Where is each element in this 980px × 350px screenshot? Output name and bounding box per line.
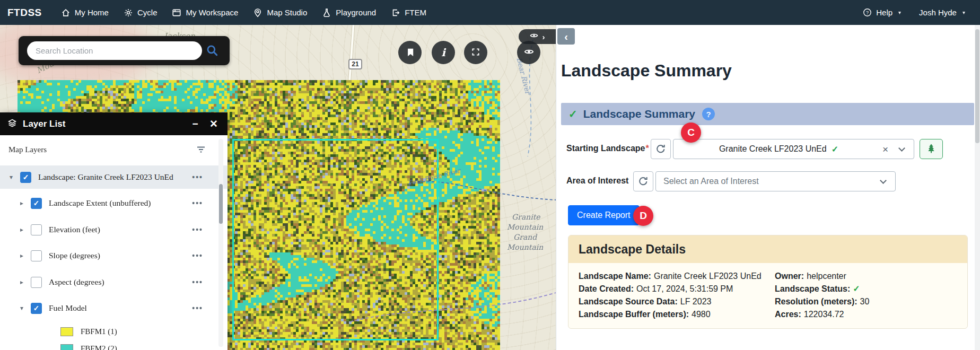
caret-down-icon: ▾ — [898, 10, 901, 15]
nav-label: Cycle — [137, 8, 158, 17]
search-icon[interactable] — [206, 44, 218, 58]
check-icon: ✓ — [832, 144, 838, 154]
layer-menu-button[interactable]: ••• — [192, 251, 203, 260]
toolbar-toggle[interactable]: › — [519, 29, 556, 44]
caret-down-icon[interactable]: ▾ — [20, 304, 29, 312]
layer-menu-button[interactable]: ••• — [192, 304, 203, 312]
search-control — [19, 36, 230, 65]
create-report-button[interactable]: Create Report — [568, 205, 640, 225]
info-button[interactable]: i — [432, 41, 455, 64]
help-menu[interactable]: ? Help ▾ — [855, 8, 908, 17]
layer-checkbox[interactable] — [31, 224, 42, 235]
nav-cycle[interactable]: Cycle — [116, 0, 165, 25]
layer-label: Slope (degrees) — [49, 251, 100, 260]
top-navbar: FTDSS My Home Cycle My Workspace Map Stu… — [0, 0, 980, 25]
card-title: Landscape Details — [568, 235, 967, 263]
refresh-button[interactable] — [633, 171, 653, 191]
check-icon: ✓ — [853, 284, 860, 293]
nav-label: My Workspace — [186, 8, 238, 17]
close-button[interactable]: ✕ — [207, 118, 220, 130]
search-input[interactable] — [27, 41, 202, 60]
detail-row: Landscape Buffer (meters):4980 — [579, 308, 775, 321]
chevron-down-icon — [880, 177, 887, 184]
detail-row: Date Created:Oct 17, 2024, 5:31:59 PM — [579, 283, 775, 295]
selected-landscape-value: Granite Creek LF2023 UnEd — [719, 144, 827, 154]
nav-map-studio[interactable]: Map Studio — [246, 0, 314, 25]
layer-row[interactable]: ▾ ✓ Fuel Model ••• — [0, 296, 228, 320]
svg-text:?: ? — [866, 10, 869, 15]
layer-label: Landscape Extent (unbuffered) — [49, 198, 151, 208]
detail-row: Landscape Name:Granite Creek LF2023 UnEd — [579, 270, 775, 283]
section-title: Landscape Summary — [583, 108, 695, 120]
nav-label: Playground — [336, 8, 376, 17]
refresh-icon — [655, 143, 666, 155]
highway-shield: 21 — [348, 59, 362, 69]
layer-row[interactable]: ▸ Aspect (degrees) ••• — [0, 270, 228, 294]
map-label: Grand — [513, 233, 537, 241]
expand-icon — [471, 47, 480, 58]
help-icon[interactable]: ? — [702, 108, 715, 120]
layer-checkbox[interactable]: ✓ — [31, 303, 42, 314]
nav-my-workspace[interactable]: My Workspace — [164, 0, 246, 25]
legend-item: FBFM2 (2) — [0, 342, 228, 350]
layer-row[interactable]: ▾ ✓ Landscape: Granite Creek LF2023 UnEd… — [0, 165, 228, 189]
caret-down-icon[interactable]: ▾ — [10, 173, 18, 181]
layer-list-scroll-thumb[interactable] — [219, 184, 223, 224]
bookmark-button[interactable] — [398, 41, 422, 64]
layer-checkbox[interactable]: ✓ — [20, 172, 31, 183]
layer-checkbox[interactable] — [31, 250, 42, 261]
caret-right-icon[interactable]: ▸ — [20, 278, 29, 286]
layer-checkbox[interactable] — [31, 277, 42, 288]
layer-list-scrollbar[interactable] — [218, 139, 223, 347]
eye-icon — [524, 47, 534, 58]
gear-icon — [124, 8, 133, 18]
layers-icon — [7, 118, 17, 130]
starting-landscape-select[interactable]: Granite Creek LF2023 UnEd ✓ × — [673, 139, 914, 159]
starting-landscape-label: Starting Landscape* — [566, 144, 649, 153]
nav-playground[interactable]: Playground — [314, 0, 383, 25]
nav-ftem[interactable]: FTEM — [383, 0, 434, 25]
caret-right-icon[interactable]: ▸ — [20, 252, 29, 259]
layer-menu-button[interactable]: ••• — [192, 278, 203, 286]
layer-row[interactable]: ▸ ✓ Landscape Extent (unbuffered) ••• — [0, 191, 228, 215]
visibility-button[interactable] — [517, 41, 540, 64]
nav-my-home[interactable]: My Home — [54, 0, 116, 25]
chevron-left-icon: ‹ — [564, 31, 568, 42]
expand-button[interactable] — [464, 41, 487, 64]
layer-menu-button[interactable]: ••• — [192, 225, 203, 234]
panel-collapse-button[interactable]: ‹ — [557, 28, 575, 45]
layer-label: Aspect (degrees) — [49, 277, 104, 287]
section-header[interactable]: ✓ Landscape Summary ? — [561, 103, 974, 125]
legend-item: FBFM1 (1) — [0, 325, 228, 338]
caret-right-icon[interactable]: ▸ — [20, 226, 29, 233]
filter-icon[interactable] — [195, 143, 207, 158]
caret-right-icon[interactable]: ▸ — [20, 199, 29, 207]
layer-row[interactable]: ▸ Elevation (feet) ••• — [0, 218, 228, 241]
main-nav: My Home Cycle My Workspace Map Studio Pl… — [54, 0, 434, 25]
map-layers-label: Map Layers — [8, 145, 47, 154]
detail-row: Landscape Status:✓ — [775, 283, 957, 295]
annotation-d: D — [633, 206, 653, 226]
layer-row[interactable]: ▸ Slope (degrees) ••• — [0, 244, 228, 267]
layer-menu-button[interactable]: ••• — [192, 173, 203, 181]
tree-icon — [925, 143, 937, 156]
layer-menu-button[interactable]: ••• — [192, 199, 203, 207]
minimize-button[interactable]: − — [189, 118, 202, 130]
area-of-interest-select[interactable]: Select an Area of Interest — [655, 171, 896, 191]
layer-list-panel: Layer List − ✕ Map Layers ▾ ✓ Landscape:… — [0, 112, 228, 350]
layer-list-header: Layer List − ✕ — [0, 112, 228, 135]
refresh-button[interactable] — [651, 139, 671, 159]
clear-icon[interactable]: × — [882, 144, 888, 154]
layer-checkbox[interactable]: ✓ — [31, 198, 42, 209]
highway-line — [348, 25, 355, 81]
user-menu[interactable]: Josh Hyde ▾ — [912, 8, 973, 17]
brand-logo[interactable]: FTDSS — [7, 7, 42, 19]
details-left-column: Landscape Name:Granite Creek LF2023 UnEd… — [579, 270, 775, 321]
page-title: Landscape Summary — [561, 61, 732, 81]
nav-label: Map Studio — [267, 8, 307, 17]
legend-swatch — [60, 327, 73, 336]
page-scroll-thumb[interactable] — [975, 29, 979, 143]
bookmark-icon — [405, 47, 415, 58]
landscape-tree-button[interactable] — [920, 139, 943, 159]
area-of-interest-label: Area of Interest — [566, 176, 628, 186]
